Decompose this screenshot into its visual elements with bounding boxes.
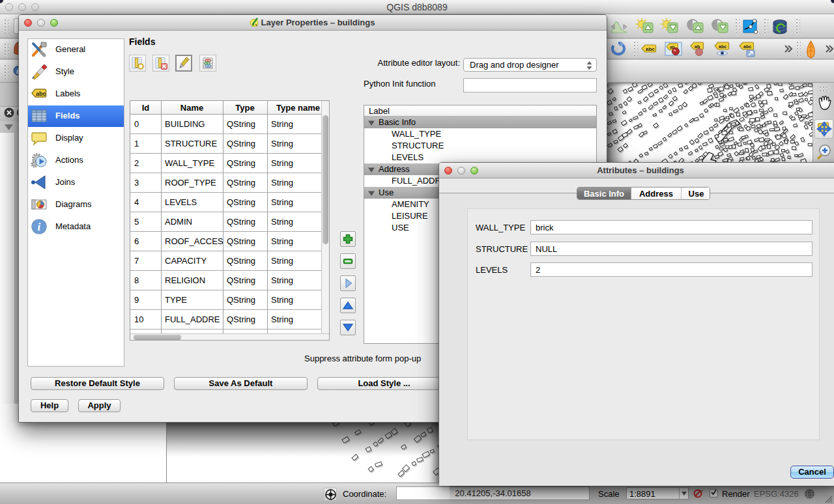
svg-text:abc: abc bbox=[36, 91, 46, 97]
svg-text:ab: ab bbox=[695, 44, 700, 49]
svg-text:abc: abc bbox=[719, 44, 726, 49]
svg-text:abc: abc bbox=[743, 44, 751, 49]
svg-text:i: i bbox=[38, 221, 41, 233]
svg-text:abc: abc bbox=[646, 46, 655, 52]
